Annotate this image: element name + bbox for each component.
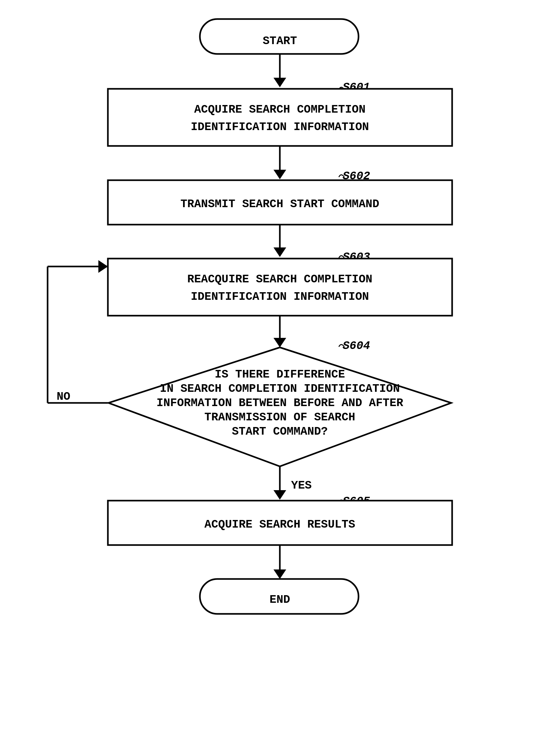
svg-marker-13 (98, 260, 108, 273)
svg-marker-2 (273, 78, 286, 87)
s604-line3: INFORMATION BETWEEN BEFORE AND AFTER (157, 397, 403, 409)
s603-line1: REACQUIRE SEARCH COMPLETION (187, 273, 372, 286)
yes-label: YES (291, 479, 312, 492)
s604-line2: IN SEARCH COMPLETION IDENTIFICATION (160, 382, 400, 395)
s602-node: TRANSMIT SEARCH START COMMAND (108, 180, 452, 225)
loop-back-arrow (48, 260, 108, 403)
svg-marker-6 (273, 170, 286, 179)
end-label: END (270, 593, 290, 606)
s601-line2: IDENTIFICATION INFORMATION (191, 121, 369, 134)
s604-node: IS THERE DIFFERENCE IN SEARCH COMPLETION… (109, 347, 451, 466)
s604-label: S604 (343, 340, 370, 352)
s601-line1: ACQUIRE SEARCH COMPLETION (194, 103, 365, 116)
s604-line1: IS THERE DIFFERENCE (215, 368, 345, 381)
s605-text: ACQUIRE SEARCH RESULTS (204, 518, 355, 531)
s604-line4: TRANSMISSION OF SEARCH (204, 411, 355, 424)
no-label: NO (56, 390, 70, 403)
arrow-s601-s602 (273, 146, 286, 179)
arrow-yes (273, 466, 286, 500)
s604-line5: START COMMAND? (232, 425, 328, 438)
arrow-s602-s603 (273, 225, 286, 257)
start-node: START (200, 19, 358, 54)
svg-marker-19 (273, 490, 286, 500)
s605-node: ACQUIRE SEARCH RESULTS (108, 500, 452, 545)
flowchart-container: START S601 ACQUIRE SEARCH COMPLETION IDE… (0, 0, 560, 743)
svg-rect-14 (108, 259, 452, 316)
arrow-start-s601 (273, 54, 286, 87)
start-label: START (263, 35, 297, 48)
s602-text: TRANSMIT SEARCH START COMMAND (180, 198, 380, 211)
s601-node: ACQUIRE SEARCH COMPLETION IDENTIFICATION… (108, 89, 452, 146)
svg-marker-9 (273, 248, 286, 257)
s603-line2: IDENTIFICATION INFORMATION (191, 290, 369, 303)
svg-marker-22 (273, 569, 286, 579)
s603-node: REACQUIRE SEARCH COMPLETION IDENTIFICATI… (108, 259, 452, 316)
svg-marker-16 (273, 338, 286, 347)
svg-rect-4 (108, 89, 452, 146)
end-node: END (200, 579, 358, 614)
arrow-s605-end (273, 545, 286, 579)
arrow-s603-s604 (273, 316, 286, 347)
